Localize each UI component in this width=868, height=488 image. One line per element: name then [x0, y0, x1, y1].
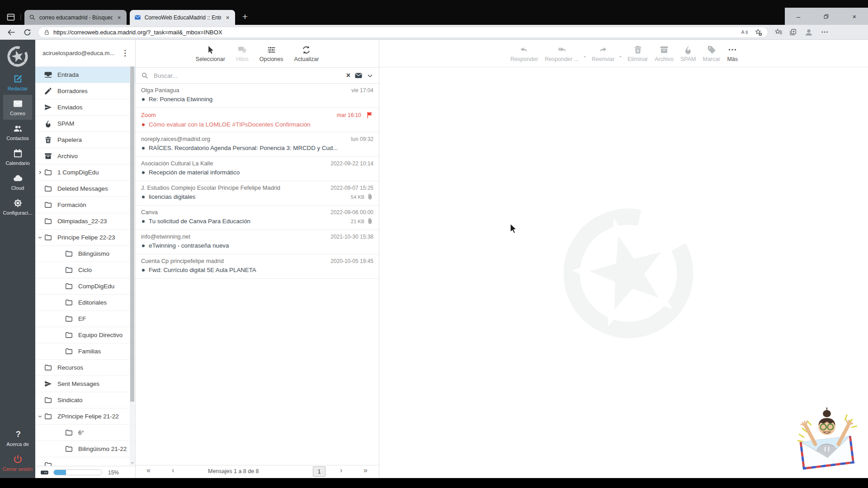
opciones-button[interactable]: Opciones — [259, 45, 283, 62]
folder-item-compdigedu[interactable]: CompDigEdu — [35, 278, 135, 295]
rail-item-redactar[interactable]: Redactar — [3, 70, 33, 95]
dropdown-caret-icon[interactable] — [618, 54, 623, 60]
browser-tab-search[interactable]: correo educamadrid - Búsqueda × — [24, 10, 127, 25]
ellipsis-icon — [727, 45, 737, 55]
next-page-button[interactable]: › — [340, 466, 342, 474]
clear-search-icon[interactable]: × — [346, 71, 350, 80]
collapse-arrow-icon[interactable] — [38, 235, 42, 240]
folder-label: Familias — [78, 348, 101, 355]
message-row[interactable]: Olga Paniaguavie 17:04Re: Ponencia Etwin… — [136, 84, 379, 108]
current-page-indicator[interactable]: 1 — [313, 466, 326, 477]
rail-item-configuraci-[interactable]: Configuraci... — [3, 194, 33, 219]
folder-item-enviados[interactable]: Enviados — [35, 99, 135, 116]
folder-label: Olimpiadas_22-23 — [57, 218, 107, 225]
rail-item-acerca-de[interactable]: ?Acerca de — [0, 426, 35, 450]
folder-icon — [65, 298, 73, 307]
message-row[interactable]: Cuenta Cp principefelipe madrid2020-10-0… — [136, 254, 379, 279]
search-scope-mail-icon[interactable] — [354, 71, 363, 80]
expand-arrow-icon[interactable] — [38, 170, 42, 175]
unread-dot — [142, 123, 145, 126]
app-region: RedactarCorreoContactosCalendarioCloudCo… — [0, 40, 868, 478]
folder-item-6-[interactable]: 6° — [35, 425, 135, 441]
message-row[interactable]: J. Estudios Complejo Escolar Principe Fe… — [136, 181, 379, 206]
folder-item-archivo[interactable]: Archivo — [35, 148, 135, 164]
message-row[interactable]: Zoommar 16:10Cómo evaluar con la LOMLOE … — [136, 108, 379, 132]
tab-actions-icon[interactable] — [6, 13, 15, 22]
search-options-chevron-icon[interactable] — [367, 72, 373, 79]
quota-label: 15% — [108, 469, 119, 476]
folder-item-olimpiadas-22-23[interactable]: Olimpiadas_22-23 — [35, 213, 135, 230]
folder-item-entrada[interactable]: Entrada — [35, 67, 135, 83]
collections-icon[interactable] — [789, 28, 797, 36]
profile-avatar[interactable] — [803, 27, 814, 38]
folder-item-deleted-messages[interactable]: Deleted Messages — [35, 181, 135, 197]
window-close-button[interactable]: × — [853, 13, 857, 20]
folder-item-principe-felipe-22-23[interactable]: Principe Felipe 22-23 — [35, 230, 135, 246]
prev-page-button[interactable]: ‹ — [172, 466, 174, 474]
favorites-icon[interactable] — [774, 28, 783, 36]
scrollbar-thumb[interactable] — [130, 66, 134, 402]
refresh-page-icon[interactable] — [23, 28, 32, 37]
window-restore-button[interactable] — [823, 14, 829, 19]
folder-item-papelera[interactable]: Papelera — [35, 132, 135, 148]
tab-close-icon[interactable]: × — [116, 14, 122, 21]
browser-tab-correoweb[interactable]: CorreoWeb EducaMadrid :: Entra × — [130, 10, 235, 25]
message-row[interactable]: noreply.raices@madrid.orglun 09:32RAÍCES… — [136, 132, 379, 157]
collapse-arrow-icon[interactable] — [38, 414, 42, 419]
browser-menu-icon[interactable] — [821, 28, 829, 36]
rail-item-cloud[interactable]: Cloud — [3, 169, 33, 194]
add-favorite-icon[interactable] — [755, 28, 762, 36]
tab-title: CorreoWeb EducaMadrid :: Entra — [145, 14, 222, 21]
rail-item-correo[interactable]: Correo — [3, 95, 33, 120]
account-menu-icon[interactable]: ⋮ — [118, 48, 132, 58]
folder-label: Sent Messages — [57, 380, 99, 387]
trash-icon — [633, 45, 643, 55]
m-s-button[interactable]: Más — [727, 45, 738, 62]
folder-icon — [65, 331, 73, 339]
folder-label: CompDigEdu — [78, 283, 114, 290]
cloud-icon — [13, 173, 23, 183]
folder-item-equipo-directivo[interactable]: Equipo Directivo — [35, 327, 135, 343]
folder-item-spam[interactable]: SPAM — [35, 116, 135, 132]
message-row[interactable]: Canva2022-09-06 00:00Tu solicitud de Can… — [136, 206, 379, 230]
folder-item-borradores[interactable]: Borradores — [35, 83, 135, 99]
tab-close-icon[interactable]: × — [225, 14, 230, 21]
folder-item-recursos[interactable]: Recursos — [35, 360, 135, 376]
read-aloud-icon[interactable]: A — [741, 28, 748, 36]
folder-item-sent-messages[interactable]: Sent Messages — [35, 376, 135, 392]
url-bar[interactable]: https://correoweb.educa.madrid.org/?_tas… — [38, 27, 768, 38]
rail-item-contactos[interactable]: Contactos — [3, 120, 33, 145]
window-minimize-button[interactable]: – — [797, 13, 800, 20]
url-text[interactable]: https://correoweb.educa.madrid.org/?_tas… — [53, 29, 734, 36]
rail-item-calendario[interactable]: Calendario — [3, 145, 33, 169]
last-page-button[interactable]: » — [363, 466, 368, 474]
search-input[interactable] — [153, 72, 342, 80]
folder-label: Bilingüismo 21-22 — [78, 446, 127, 452]
actualizar-button[interactable]: Actualizar — [294, 45, 319, 62]
message-row[interactable]: Asociación Cultural La Kalle2022-09-22 1… — [136, 157, 379, 181]
button-label: Responder ... — [545, 56, 579, 62]
cursor-icon — [206, 45, 215, 55]
folder-item-ciclo[interactable]: Ciclo — [35, 262, 135, 278]
folder-item-1-compdigedu[interactable]: 1 CompDigEdu — [35, 164, 135, 181]
scrollbar-down-icon[interactable] — [130, 460, 135, 465]
folder-item-zprincipe-felipe-21-22[interactable]: ZPrincipe Felipe 21-22 — [35, 408, 135, 425]
folder-item[interactable] — [35, 457, 135, 466]
first-page-button[interactable]: « — [146, 466, 151, 474]
folder-item-ef[interactable]: EF — [35, 311, 135, 327]
folder-scrollbar[interactable] — [130, 66, 135, 465]
seleccionar-button[interactable]: Seleccionar — [196, 45, 225, 62]
tab-separator: | — [20, 13, 22, 20]
folder-item-editoriales[interactable]: Editoriales — [35, 295, 135, 311]
folder-item-formaci-n[interactable]: Formación — [35, 197, 135, 213]
folder-item-biling-ismo[interactable]: Bilingüismo — [35, 246, 135, 262]
folder-item-biling-ismo-21-22[interactable]: Bilingüismo 21-22 — [35, 441, 135, 457]
folder-item-familias[interactable]: Familias — [35, 343, 135, 360]
rail-item-cerrar-sesi-n[interactable]: Cerrar sesión — [0, 450, 35, 475]
folder-label: Ciclo — [78, 267, 92, 273]
folder-item-sindicato[interactable]: Sindicato — [35, 392, 135, 408]
new-tab-button[interactable]: + — [242, 12, 248, 21]
message-row[interactable]: info@etwinning.net2021-10-30 15:38eTwinn… — [136, 230, 379, 254]
back-icon[interactable] — [7, 28, 16, 37]
dropdown-caret-icon[interactable] — [582, 54, 588, 60]
